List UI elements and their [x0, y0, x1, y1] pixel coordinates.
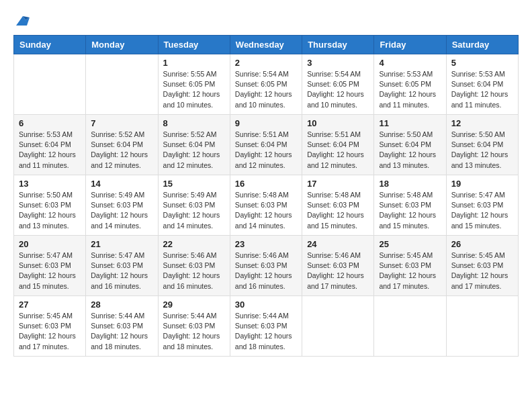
day-info: Sunrise: 5:44 AM Sunset: 6:03 PM Dayligh… — [91, 311, 152, 352]
day-number: 1 — [163, 58, 225, 68]
day-info: Sunrise: 5:45 AM Sunset: 6:03 PM Dayligh… — [19, 311, 81, 352]
calendar-cell: 24Sunrise: 5:46 AM Sunset: 6:03 PM Dayli… — [302, 236, 374, 296]
calendar-cell: 17Sunrise: 5:48 AM Sunset: 6:03 PM Dayli… — [302, 175, 374, 236]
calendar-cell: 5Sunrise: 5:53 AM Sunset: 6:04 PM Daylig… — [446, 54, 518, 115]
calendar-cell: 7Sunrise: 5:52 AM Sunset: 6:04 PM Daylig… — [86, 115, 158, 175]
day-number: 16 — [235, 179, 297, 189]
calendar-cell: 15Sunrise: 5:49 AM Sunset: 6:03 PM Dayli… — [158, 175, 230, 236]
day-info: Sunrise: 5:48 AM Sunset: 6:03 PM Dayligh… — [307, 190, 369, 231]
calendar-cell — [86, 54, 158, 115]
day-number: 6 — [19, 118, 81, 128]
day-number: 25 — [379, 239, 441, 249]
day-info: Sunrise: 5:55 AM Sunset: 6:05 PM Dayligh… — [163, 69, 225, 110]
day-info: Sunrise: 5:52 AM Sunset: 6:04 PM Dayligh… — [163, 130, 225, 171]
day-number: 14 — [91, 179, 152, 189]
day-number: 15 — [163, 179, 225, 189]
day-number: 29 — [163, 300, 225, 310]
day-number: 18 — [379, 179, 441, 189]
day-number: 12 — [451, 118, 513, 128]
calendar-cell: 2Sunrise: 5:54 AM Sunset: 6:05 PM Daylig… — [230, 54, 302, 115]
day-info: Sunrise: 5:47 AM Sunset: 6:03 PM Dayligh… — [91, 250, 152, 291]
day-info: Sunrise: 5:47 AM Sunset: 6:03 PM Dayligh… — [451, 190, 513, 231]
weekday-header-friday: Friday — [374, 36, 446, 54]
weekday-header-monday: Monday — [86, 36, 158, 54]
calendar-cell: 10Sunrise: 5:51 AM Sunset: 6:04 PM Dayli… — [302, 115, 374, 175]
page-header — [13, 13, 519, 28]
day-info: Sunrise: 5:44 AM Sunset: 6:03 PM Dayligh… — [163, 311, 225, 352]
logo — [13, 13, 35, 28]
calendar-week-row: 1Sunrise: 5:55 AM Sunset: 6:05 PM Daylig… — [14, 54, 519, 115]
weekday-header-thursday: Thursday — [302, 36, 374, 54]
day-info: Sunrise: 5:44 AM Sunset: 6:03 PM Dayligh… — [235, 311, 297, 352]
day-number: 13 — [19, 179, 81, 189]
day-info: Sunrise: 5:46 AM Sunset: 6:03 PM Dayligh… — [163, 250, 225, 291]
calendar-cell: 12Sunrise: 5:50 AM Sunset: 6:04 PM Dayli… — [446, 115, 518, 175]
day-info: Sunrise: 5:45 AM Sunset: 6:03 PM Dayligh… — [451, 250, 513, 291]
calendar-table: SundayMondayTuesdayWednesdayThursdayFrid… — [13, 35, 519, 357]
calendar-cell — [14, 54, 86, 115]
calendar-week-row: 6Sunrise: 5:53 AM Sunset: 6:04 PM Daylig… — [14, 115, 519, 175]
day-number: 9 — [235, 118, 297, 128]
calendar-cell: 19Sunrise: 5:47 AM Sunset: 6:03 PM Dayli… — [446, 175, 518, 236]
day-info: Sunrise: 5:51 AM Sunset: 6:04 PM Dayligh… — [307, 130, 369, 171]
weekday-header-wednesday: Wednesday — [230, 36, 302, 54]
day-number: 2 — [235, 58, 297, 68]
day-number: 24 — [307, 239, 369, 249]
calendar-cell: 25Sunrise: 5:45 AM Sunset: 6:03 PM Dayli… — [374, 236, 446, 296]
day-number: 4 — [379, 58, 441, 68]
day-info: Sunrise: 5:46 AM Sunset: 6:03 PM Dayligh… — [307, 250, 369, 291]
calendar-cell: 16Sunrise: 5:48 AM Sunset: 6:03 PM Dayli… — [230, 175, 302, 236]
day-info: Sunrise: 5:53 AM Sunset: 6:05 PM Dayligh… — [379, 69, 441, 110]
calendar-cell: 1Sunrise: 5:55 AM Sunset: 6:05 PM Daylig… — [158, 54, 230, 115]
calendar-week-row: 13Sunrise: 5:50 AM Sunset: 6:03 PM Dayli… — [14, 175, 519, 236]
calendar-cell: 21Sunrise: 5:47 AM Sunset: 6:03 PM Dayli… — [86, 236, 158, 296]
day-number: 27 — [19, 300, 81, 310]
day-number: 20 — [19, 239, 81, 249]
day-number: 30 — [235, 300, 297, 310]
day-info: Sunrise: 5:50 AM Sunset: 6:03 PM Dayligh… — [19, 190, 81, 231]
day-info: Sunrise: 5:46 AM Sunset: 6:03 PM Dayligh… — [235, 250, 297, 291]
day-info: Sunrise: 5:52 AM Sunset: 6:04 PM Dayligh… — [91, 130, 152, 171]
day-number: 28 — [91, 300, 152, 310]
day-info: Sunrise: 5:47 AM Sunset: 6:03 PM Dayligh… — [19, 250, 81, 291]
day-number: 11 — [379, 118, 441, 128]
calendar-cell: 26Sunrise: 5:45 AM Sunset: 6:03 PM Dayli… — [446, 236, 518, 296]
calendar-cell — [302, 296, 374, 357]
calendar-week-row: 27Sunrise: 5:45 AM Sunset: 6:03 PM Dayli… — [14, 296, 519, 357]
day-info: Sunrise: 5:48 AM Sunset: 6:03 PM Dayligh… — [379, 190, 441, 231]
day-info: Sunrise: 5:49 AM Sunset: 6:03 PM Dayligh… — [91, 190, 152, 231]
calendar-cell: 22Sunrise: 5:46 AM Sunset: 6:03 PM Dayli… — [158, 236, 230, 296]
calendar-cell: 6Sunrise: 5:53 AM Sunset: 6:04 PM Daylig… — [14, 115, 86, 175]
day-number: 17 — [307, 179, 369, 189]
day-info: Sunrise: 5:54 AM Sunset: 6:05 PM Dayligh… — [235, 69, 297, 110]
day-info: Sunrise: 5:53 AM Sunset: 6:04 PM Dayligh… — [451, 69, 513, 110]
calendar-week-row: 20Sunrise: 5:47 AM Sunset: 6:03 PM Dayli… — [14, 236, 519, 296]
weekday-header-tuesday: Tuesday — [158, 36, 230, 54]
calendar-cell: 9Sunrise: 5:51 AM Sunset: 6:04 PM Daylig… — [230, 115, 302, 175]
calendar-cell — [374, 296, 446, 357]
calendar-cell: 4Sunrise: 5:53 AM Sunset: 6:05 PM Daylig… — [374, 54, 446, 115]
day-number: 26 — [451, 239, 513, 249]
day-number: 23 — [235, 239, 297, 249]
calendar-cell: 11Sunrise: 5:50 AM Sunset: 6:04 PM Dayli… — [374, 115, 446, 175]
day-number: 3 — [307, 58, 369, 68]
calendar-cell: 3Sunrise: 5:54 AM Sunset: 6:05 PM Daylig… — [302, 54, 374, 115]
calendar-cell: 20Sunrise: 5:47 AM Sunset: 6:03 PM Dayli… — [14, 236, 86, 296]
day-info: Sunrise: 5:51 AM Sunset: 6:04 PM Dayligh… — [235, 130, 297, 171]
calendar-cell: 13Sunrise: 5:50 AM Sunset: 6:03 PM Dayli… — [14, 175, 86, 236]
day-info: Sunrise: 5:50 AM Sunset: 6:04 PM Dayligh… — [379, 130, 441, 171]
day-info: Sunrise: 5:45 AM Sunset: 6:03 PM Dayligh… — [379, 250, 441, 291]
day-number: 10 — [307, 118, 369, 128]
calendar-cell — [446, 296, 518, 357]
logo-bird-icon — [13, 13, 32, 28]
calendar-cell: 14Sunrise: 5:49 AM Sunset: 6:03 PM Dayli… — [86, 175, 158, 236]
day-info: Sunrise: 5:49 AM Sunset: 6:03 PM Dayligh… — [163, 190, 225, 231]
calendar-cell: 8Sunrise: 5:52 AM Sunset: 6:04 PM Daylig… — [158, 115, 230, 175]
calendar-cell: 28Sunrise: 5:44 AM Sunset: 6:03 PM Dayli… — [86, 296, 158, 357]
day-number: 5 — [451, 58, 513, 68]
calendar-cell: 29Sunrise: 5:44 AM Sunset: 6:03 PM Dayli… — [158, 296, 230, 357]
day-info: Sunrise: 5:53 AM Sunset: 6:04 PM Dayligh… — [19, 130, 81, 171]
calendar-cell: 30Sunrise: 5:44 AM Sunset: 6:03 PM Dayli… — [230, 296, 302, 357]
day-number: 7 — [91, 118, 152, 128]
day-number: 8 — [163, 118, 225, 128]
